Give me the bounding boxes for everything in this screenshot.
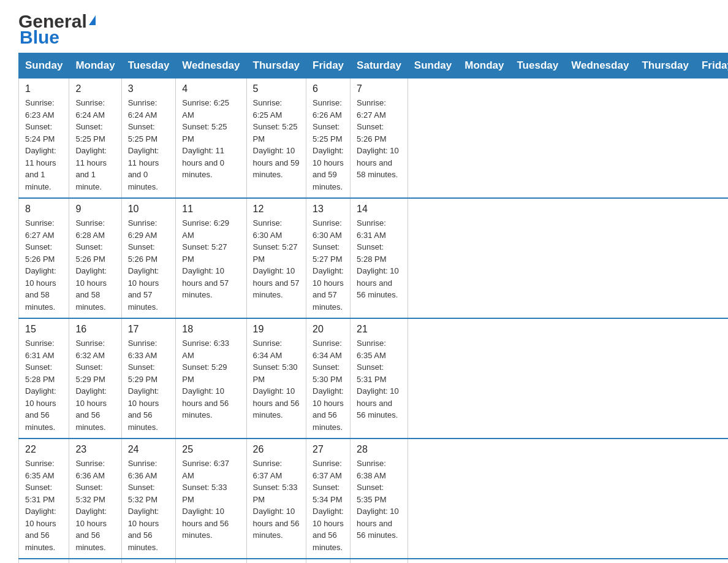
calendar-cell xyxy=(306,559,351,563)
sunset-label: Sunset: 5:29 PM xyxy=(128,362,157,384)
calendar-cell: 28 Sunrise: 6:38 AM Sunset: 5:35 PM Dayl… xyxy=(351,439,408,559)
day-number: 7 xyxy=(357,83,401,94)
weekday-header-sunday: Sunday xyxy=(408,53,458,79)
calendar-table: SundayMondayTuesdayWednesdayThursdayFrid… xyxy=(18,53,728,563)
header-sunday: Sunday xyxy=(19,53,69,79)
sunset-label: Sunset: 5:28 PM xyxy=(357,242,386,264)
sunset-label: Sunset: 5:29 PM xyxy=(182,362,227,384)
sunrise-label: Sunrise: 6:24 AM xyxy=(75,98,105,120)
day-info: Sunrise: 6:23 AM Sunset: 5:24 PM Dayligh… xyxy=(25,97,63,193)
sunrise-label: Sunrise: 6:32 AM xyxy=(75,339,105,360)
sunset-label: Sunset: 5:31 PM xyxy=(25,483,55,504)
daylight-label: Daylight: 10 hours and 56 minutes. xyxy=(25,386,56,432)
sunrise-label: Sunrise: 6:33 AM xyxy=(128,339,157,360)
day-number: 19 xyxy=(253,324,300,335)
day-info: Sunrise: 6:29 AM Sunset: 5:27 PM Dayligh… xyxy=(182,217,240,301)
calendar-week-row: 15 Sunrise: 6:31 AM Sunset: 5:28 PM Dayl… xyxy=(19,318,729,439)
calendar-header-row: SundayMondayTuesdayWednesdayThursdayFrid… xyxy=(19,53,729,79)
sunset-label: Sunset: 5:28 PM xyxy=(25,362,55,384)
day-number: 23 xyxy=(75,444,115,455)
header-monday: Monday xyxy=(69,53,121,79)
day-info: Sunrise: 6:24 AM Sunset: 5:25 PM Dayligh… xyxy=(128,97,170,193)
day-info: Sunrise: 6:31 AM Sunset: 5:28 PM Dayligh… xyxy=(357,217,401,301)
day-info: Sunrise: 6:33 AM Sunset: 5:29 PM Dayligh… xyxy=(182,337,240,421)
daylight-label: Daylight: 10 hours and 56 minutes. xyxy=(357,507,399,540)
calendar-cell: 5 Sunrise: 6:25 AM Sunset: 5:25 PM Dayli… xyxy=(246,79,306,199)
calendar-cell xyxy=(246,559,306,563)
sunset-label: Sunset: 5:25 PM xyxy=(128,122,157,144)
sunset-label: Sunset: 5:26 PM xyxy=(357,122,386,144)
day-number: 17 xyxy=(128,324,170,335)
day-info: Sunrise: 6:29 AM Sunset: 5:26 PM Dayligh… xyxy=(128,217,170,313)
daylight-label: Daylight: 11 hours and 0 minutes. xyxy=(182,146,224,179)
daylight-label: Daylight: 11 hours and 1 minute. xyxy=(25,146,56,191)
sunset-label: Sunset: 5:33 PM xyxy=(253,483,298,504)
calendar-cell: 23 Sunrise: 6:36 AM Sunset: 5:32 PM Dayl… xyxy=(69,439,121,559)
daylight-label: Daylight: 10 hours and 58 minutes. xyxy=(25,266,56,312)
weekday-header-thursday: Thursday xyxy=(635,53,696,79)
day-info: Sunrise: 6:35 AM Sunset: 5:31 PM Dayligh… xyxy=(25,458,63,553)
sunset-label: Sunset: 5:35 PM xyxy=(357,483,386,504)
daylight-label: Daylight: 10 hours and 59 minutes. xyxy=(253,146,300,179)
day-number: 9 xyxy=(75,204,115,215)
calendar-cell: 8 Sunrise: 6:27 AM Sunset: 5:26 PM Dayli… xyxy=(19,198,69,318)
day-number: 12 xyxy=(253,204,300,215)
daylight-label: Daylight: 10 hours and 56 minutes. xyxy=(25,507,56,552)
header-tuesday: Tuesday xyxy=(121,53,176,79)
day-number: 10 xyxy=(128,204,170,215)
day-number: 15 xyxy=(25,324,63,335)
calendar-cell: 2 Sunrise: 6:24 AM Sunset: 5:25 PM Dayli… xyxy=(69,79,121,199)
logo-blue-text: Blue xyxy=(20,28,59,47)
daylight-label: Daylight: 10 hours and 56 minutes. xyxy=(357,266,399,299)
calendar-cell: 1 Sunrise: 6:23 AM Sunset: 5:24 PM Dayli… xyxy=(19,79,69,199)
header-friday: Friday xyxy=(306,53,351,79)
sunrise-label: Sunrise: 6:34 AM xyxy=(313,339,342,360)
calendar-cell: 30 Sunrise: 6:39 AM Sunset: 5:36 PM Dayl… xyxy=(69,559,121,563)
calendar-cell: 3 Sunrise: 6:24 AM Sunset: 5:25 PM Dayli… xyxy=(121,79,176,199)
calendar-cell: 7 Sunrise: 6:27 AM Sunset: 5:26 PM Dayli… xyxy=(351,79,408,199)
day-info: Sunrise: 6:34 AM Sunset: 5:30 PM Dayligh… xyxy=(313,337,344,433)
calendar-cell: 19 Sunrise: 6:34 AM Sunset: 5:30 PM Dayl… xyxy=(246,318,306,439)
daylight-label: Daylight: 10 hours and 56 minutes. xyxy=(253,507,300,540)
day-number: 1 xyxy=(25,83,63,94)
day-number: 18 xyxy=(182,324,240,335)
day-info: Sunrise: 6:32 AM Sunset: 5:29 PM Dayligh… xyxy=(75,337,115,433)
day-number: 13 xyxy=(313,204,344,215)
sunset-label: Sunset: 5:25 PM xyxy=(182,122,227,144)
daylight-label: Daylight: 10 hours and 57 minutes. xyxy=(182,266,229,299)
day-info: Sunrise: 6:33 AM Sunset: 5:29 PM Dayligh… xyxy=(128,337,170,433)
calendar-week-row: 22 Sunrise: 6:35 AM Sunset: 5:31 PM Dayl… xyxy=(19,439,729,559)
sunrise-label: Sunrise: 6:24 AM xyxy=(128,98,157,120)
day-number: 5 xyxy=(253,83,300,94)
day-number: 6 xyxy=(313,83,344,94)
day-info: Sunrise: 6:27 AM Sunset: 5:26 PM Dayligh… xyxy=(25,217,63,313)
day-info: Sunrise: 6:31 AM Sunset: 5:28 PM Dayligh… xyxy=(25,337,63,433)
day-info: Sunrise: 6:35 AM Sunset: 5:31 PM Dayligh… xyxy=(357,337,401,421)
sunrise-label: Sunrise: 6:31 AM xyxy=(25,339,55,360)
calendar-cell: 21 Sunrise: 6:35 AM Sunset: 5:31 PM Dayl… xyxy=(351,318,408,439)
sunset-label: Sunset: 5:26 PM xyxy=(128,242,157,264)
daylight-label: Daylight: 10 hours and 56 minutes. xyxy=(313,507,344,552)
day-info: Sunrise: 6:36 AM Sunset: 5:32 PM Dayligh… xyxy=(128,458,170,553)
calendar-cell: 13 Sunrise: 6:30 AM Sunset: 5:27 PM Dayl… xyxy=(306,198,351,318)
daylight-label: Daylight: 10 hours and 58 minutes. xyxy=(75,266,107,312)
day-info: Sunrise: 6:24 AM Sunset: 5:25 PM Dayligh… xyxy=(75,97,115,193)
sunset-label: Sunset: 5:24 PM xyxy=(25,122,55,144)
sunset-label: Sunset: 5:30 PM xyxy=(253,362,298,384)
weekday-header-monday: Monday xyxy=(458,53,510,79)
sunrise-label: Sunrise: 6:29 AM xyxy=(182,218,229,240)
calendar-cell: 24 Sunrise: 6:36 AM Sunset: 5:32 PM Dayl… xyxy=(121,439,176,559)
day-number: 27 xyxy=(313,444,344,455)
calendar-cell: 6 Sunrise: 6:26 AM Sunset: 5:25 PM Dayli… xyxy=(306,79,351,199)
calendar-cell: 10 Sunrise: 6:29 AM Sunset: 5:26 PM Dayl… xyxy=(121,198,176,318)
calendar-cell xyxy=(351,559,408,563)
day-number: 20 xyxy=(313,324,344,335)
calendar-cell: 16 Sunrise: 6:32 AM Sunset: 5:29 PM Dayl… xyxy=(69,318,121,439)
daylight-label: Daylight: 10 hours and 57 minutes. xyxy=(253,266,300,299)
sunset-label: Sunset: 5:25 PM xyxy=(75,122,105,144)
sunrise-label: Sunrise: 6:30 AM xyxy=(313,218,342,240)
calendar-cell: 31 Sunrise: 6:39 AM Sunset: 5:36 PM Dayl… xyxy=(121,559,176,563)
sunrise-label: Sunrise: 6:35 AM xyxy=(25,459,55,480)
calendar-week-row: 1 Sunrise: 6:23 AM Sunset: 5:24 PM Dayli… xyxy=(19,79,729,199)
sunrise-label: Sunrise: 6:37 AM xyxy=(313,459,342,480)
